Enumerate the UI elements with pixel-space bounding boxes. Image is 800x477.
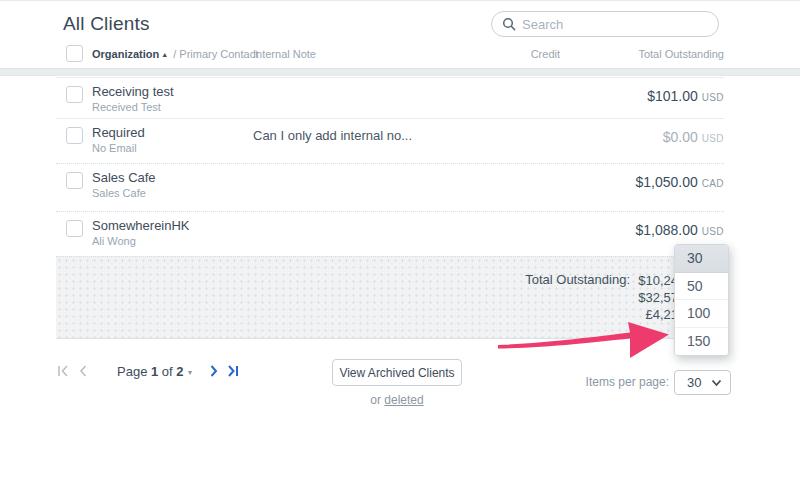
search-input[interactable] [522, 17, 708, 32]
primary-contact: Received Test [92, 102, 174, 113]
all-clients-page: { "header": { "title": "All Clients" }, … [0, 0, 800, 477]
primary-contact: No Email [92, 143, 145, 154]
table-row[interactable]: Sales Cafe Sales Cafe $1,050.00 CAD [56, 164, 724, 212]
total-outstanding-amount: $1,050.00 CAD [635, 174, 724, 190]
table-row[interactable]: Required No Email Can I only add interna… [56, 119, 724, 164]
organization-name: Sales Cafe [92, 171, 156, 184]
total-outstanding-amount: $1,088.00 USD [635, 222, 724, 238]
items-per-page-dropdown: 30 50 100 150 [674, 244, 729, 356]
organization-cell: SomewhereinHK Ali Wong [92, 219, 190, 247]
dropdown-option-50[interactable]: 50 [675, 273, 728, 301]
column-primary-contact-label: / Primary Contact [173, 48, 258, 60]
row-checkbox[interactable] [66, 127, 83, 144]
last-page-icon[interactable] [226, 364, 241, 378]
summary-value-gbp: £4,21 [633, 306, 678, 323]
dropdown-option-150[interactable]: 150 [675, 328, 728, 356]
search-box[interactable] [491, 11, 719, 37]
dropdown-option-30[interactable]: 30 [675, 245, 728, 273]
currency-code: USD [702, 92, 724, 103]
organization-name: Receiving test [92, 85, 174, 98]
sort-asc-icon: ▲ [161, 51, 168, 58]
organization-name: Required [92, 126, 145, 139]
column-total-outstanding: Total Outstanding [638, 48, 724, 60]
deleted-link[interactable]: deleted [384, 393, 423, 407]
items-per-page-value: 30 [687, 375, 701, 390]
row-checkbox[interactable] [66, 86, 83, 103]
page-indicator[interactable]: Page 1 of 2▼ [117, 364, 194, 379]
page-title: All Clients [63, 13, 150, 35]
chevron-down-icon [711, 379, 722, 387]
table-row[interactable]: Receiving test Received Test $101.00 USD [56, 77, 724, 119]
primary-contact: Ali Wong [92, 236, 190, 247]
organization-cell: Required No Email [92, 126, 145, 154]
next-page-icon[interactable] [208, 364, 220, 378]
search-icon [502, 17, 516, 31]
dropdown-option-100[interactable]: 100 [675, 300, 728, 328]
table-header: Organization▲ / Primary Contact Internal… [0, 45, 800, 65]
summary-value-usd: $10,24 [633, 272, 678, 289]
column-organization-label: Organization [92, 48, 159, 60]
or-deleted-text: or deleted [332, 393, 462, 407]
summary-value-usd2: $32,57 [633, 289, 678, 306]
page-dropdown-caret-icon: ▼ [187, 369, 194, 376]
header-divider [0, 68, 800, 76]
first-page-icon[interactable] [56, 364, 71, 378]
totals-summary-band: Total Outstanding: $10,24 $32,57 £4,21 [56, 256, 724, 339]
view-archived-clients-button[interactable]: View Archived Clients [332, 359, 462, 386]
previous-page-icon[interactable] [77, 364, 89, 378]
items-per-page-select[interactable]: 30 [674, 370, 731, 395]
pagination: Page 1 of 2▼ [56, 362, 247, 380]
row-checkbox[interactable] [66, 220, 83, 237]
total-outstanding-amount: $0.00 USD [663, 129, 724, 145]
organization-name: SomewhereinHK [92, 219, 190, 232]
total-outstanding-summary-label: Total Outstanding: [525, 272, 630, 287]
row-checkbox[interactable] [66, 172, 83, 189]
column-internal-note: Internal Note [253, 48, 316, 60]
column-credit: Credit [460, 48, 560, 60]
primary-contact: Sales Cafe [92, 188, 156, 199]
items-per-page-label: Items per page: [586, 375, 669, 389]
total-outstanding-amount: $101.00 USD [647, 88, 724, 104]
select-all-checkbox[interactable] [66, 45, 83, 62]
column-organization[interactable]: Organization▲ / Primary Contact [92, 48, 258, 60]
table-row[interactable]: SomewhereinHK Ali Wong $1,088.00 USD [56, 212, 724, 256]
currency-code: CAD [702, 178, 724, 189]
total-outstanding-summary-values: $10,24 $32,57 £4,21 [633, 272, 678, 323]
currency-code: USD [702, 226, 724, 237]
internal-note: Can I only add internal no... [253, 128, 412, 143]
organization-cell: Sales Cafe Sales Cafe [92, 171, 156, 199]
currency-code: USD [702, 133, 724, 144]
organization-cell: Receiving test Received Test [92, 85, 174, 113]
